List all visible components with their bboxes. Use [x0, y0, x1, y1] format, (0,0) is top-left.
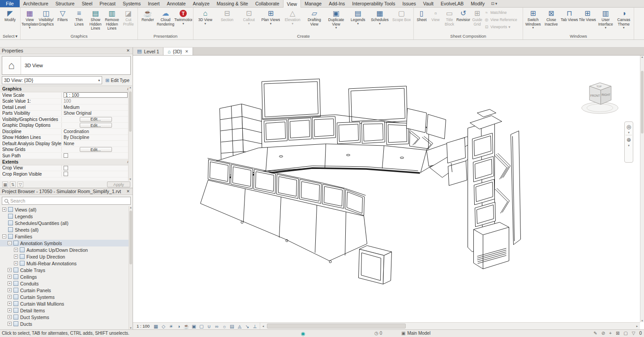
parts-visibility-value[interactable]: Show Original — [62, 111, 132, 117]
tab-structure[interactable]: Structure — [52, 0, 78, 7]
displacement-sets-icon[interactable]: ↘ — [244, 323, 251, 329]
model-viewport[interactable]: TOP FRONT RIGHT ◎ ▾ ⊕ ▾ — [133, 56, 640, 322]
cloud-rendering-button[interactable]: ☁ Cloud Rendering — [157, 9, 175, 26]
show-hidden-lines-value[interactable]: By Discipline — [62, 135, 132, 141]
search-input[interactable] — [10, 198, 128, 203]
show-hidden-lines-button[interactable]: ▤ Show Hidden Lines — [87, 9, 104, 31]
viewcube-right-label[interactable]: RIGHT — [601, 93, 610, 96]
tree-item-legends[interactable]: Legends — [0, 213, 133, 220]
scroll-up-icon[interactable]: ▲ — [129, 86, 132, 89]
expand-icon[interactable]: + — [8, 322, 12, 326]
viewcube-top-label[interactable]: TOP — [597, 85, 602, 88]
scroll-thumb[interactable] — [129, 211, 132, 264]
switch-windows-button[interactable]: ⊞ Switch Windows ▾ — [524, 9, 542, 29]
crop-region-icon[interactable]: ▢ — [198, 323, 205, 329]
tab-vault[interactable]: Vault — [420, 0, 437, 7]
scroll-down-icon[interactable]: ▼ — [641, 320, 644, 322]
tree-item-detail-items[interactable]: + Detail Items — [0, 307, 133, 314]
analysis-display-value[interactable]: None — [62, 141, 132, 147]
design-options-control[interactable]: ▣ Main Model — [401, 331, 430, 336]
properties-header[interactable]: Properties ✕ — [0, 48, 133, 54]
tab-analyze[interactable]: Analyze — [189, 0, 213, 7]
detail-level-value[interactable]: Medium — [62, 104, 132, 110]
scroll-left-icon[interactable]: ◂ — [260, 323, 266, 329]
expand-icon[interactable]: + — [8, 268, 12, 272]
lock-3d-view-icon[interactable]: ∪ — [206, 323, 213, 329]
tree-item-ceilings[interactable]: + Ceilings — [0, 273, 133, 280]
search-box[interactable] — [2, 197, 131, 205]
viewcube[interactable]: TOP FRONT RIGHT — [579, 79, 620, 117]
palette-grid-icon[interactable]: ▦ — [2, 181, 8, 187]
expand-icon[interactable]: + — [8, 288, 12, 292]
collapse-icon[interactable]: − — [8, 241, 12, 245]
type-selector[interactable]: ⌂ 3D View — [2, 56, 131, 75]
tree-item-curtain-wall-mullions[interactable]: + Curtain Wall Mullions — [0, 300, 133, 307]
scroll-up-icon[interactable]: ▲ — [641, 56, 644, 58]
exclude-options-icon[interactable]: ⊘ — [601, 331, 605, 336]
rendering-dialog-icon[interactable]: ☕ — [183, 323, 190, 329]
analytical-model-icon[interactable]: ◬ — [236, 323, 243, 329]
tab-view[interactable]: View — [283, 0, 301, 8]
view-tab-3d[interactable]: ⌂ {3D} ✕ — [163, 48, 193, 55]
crop-view-checkbox[interactable] — [64, 166, 68, 170]
3d-view-button[interactable]: ⌂ 3D View ▾ — [194, 9, 216, 25]
scroll-thumb[interactable] — [129, 91, 132, 132]
close-icon[interactable]: ✕ — [125, 189, 131, 194]
project-browser-header[interactable]: Project Browser - 17050 - Simulator Room… — [0, 188, 133, 195]
view-tab-level-1[interactable]: ▤ Level 1 — [133, 48, 163, 55]
horizontal-scrollbar[interactable]: ◂ ▸ — [260, 323, 640, 329]
tab-steel[interactable]: Steel — [78, 0, 96, 7]
tab-annotate[interactable]: Annotate — [163, 0, 189, 7]
status-counter[interactable]: ◷ 0 — [374, 331, 382, 336]
press-drag-icon[interactable]: + — [609, 331, 612, 336]
legends-button[interactable]: ▤ Legends ▾ — [347, 9, 369, 25]
tree-item-views[interactable]: + Views (all) — [0, 206, 133, 213]
tree-item-multi-rebar[interactable]: + Multi-Rebar Annotations — [0, 260, 133, 267]
tree-item-sheets[interactable]: Sheets (all) — [0, 226, 133, 233]
visibility-graphics-button[interactable]: ◫ Visibility/ Graphics — [38, 9, 55, 26]
tab-issues[interactable]: Issues — [399, 0, 419, 7]
tab-add-ins[interactable]: Add-Ins — [325, 0, 348, 7]
tree-item-curtain-systems[interactable]: + Curtain Systems — [0, 294, 133, 300]
expand-icon[interactable]: + — [8, 281, 12, 285]
expand-icon[interactable]: + — [8, 295, 12, 299]
palette-sort-icon[interactable]: ⇅ — [10, 181, 16, 187]
scroll-down-icon[interactable]: ▼ — [129, 178, 132, 181]
close-icon[interactable]: ✕ — [125, 48, 131, 53]
tab-precast[interactable]: Precast — [96, 0, 119, 7]
view-scale-field[interactable]: 1 : 100 — [64, 92, 128, 98]
user-interface-button[interactable]: ▥ User Interface ▾ — [597, 9, 615, 29]
expand-icon[interactable]: + — [8, 308, 12, 312]
visual-style-icon[interactable]: ◇ — [160, 323, 167, 329]
reveal-hidden-elements-icon[interactable]: ☼ — [221, 323, 228, 329]
tab-views-button[interactable]: ⊓ Tab Views — [560, 9, 579, 22]
crop-region-visible-checkbox[interactable] — [64, 172, 68, 176]
ribbon-display-toggle[interactable]: ⊡ ▾ — [488, 0, 500, 7]
tab-evolvelab[interactable]: EvolveLAB — [437, 0, 467, 7]
expand-icon[interactable]: + — [14, 255, 18, 259]
expand-icon[interactable]: + — [8, 275, 12, 279]
graphics-section-header[interactable]: Graphics ∧ — [0, 86, 132, 92]
tree-item-conduits[interactable]: + Conduits — [0, 280, 133, 287]
tree-item-cable-trays[interactable]: + Cable Trays — [0, 267, 133, 273]
expand-icon[interactable]: + — [14, 261, 18, 265]
render-button[interactable]: ☕ Render — [139, 9, 157, 22]
detail-level-icon[interactable]: ▦ — [152, 323, 159, 329]
tree-item-annotation-symbols[interactable]: − Annotation Symbols — [0, 240, 133, 246]
vertical-scrollbar[interactable]: ▲ ▼ — [640, 56, 644, 322]
tree-item-ducts[interactable]: + Ducts — [0, 320, 133, 327]
viewcube-front-label[interactable]: FRONT — [590, 94, 600, 97]
tree-item-schedules[interactable]: Schedules/Quantities (all) — [0, 220, 133, 226]
tab-manage[interactable]: Manage — [301, 0, 325, 7]
tab-insert[interactable]: Insert — [144, 0, 163, 7]
sheet-button[interactable]: ▯ Sheet — [415, 9, 429, 26]
selection-filter-icon[interactable]: ▽ — [632, 331, 635, 336]
browser-scrollbar[interactable]: ▲ ▼ — [129, 206, 133, 329]
model-wireframe[interactable] — [133, 56, 640, 322]
scroll-right-icon[interactable]: ▸ — [634, 323, 640, 329]
tree-item-automatic-up-down[interactable]: + Automatic Up/Down Direction — [0, 246, 133, 253]
scroll-up-icon[interactable]: ▲ — [129, 206, 132, 209]
tree-item-duct-systems[interactable]: + Duct Systems — [0, 314, 133, 320]
crop-view-icon[interactable]: ▣ — [190, 323, 197, 329]
sun-path-icon[interactable]: ☀ — [167, 323, 175, 329]
